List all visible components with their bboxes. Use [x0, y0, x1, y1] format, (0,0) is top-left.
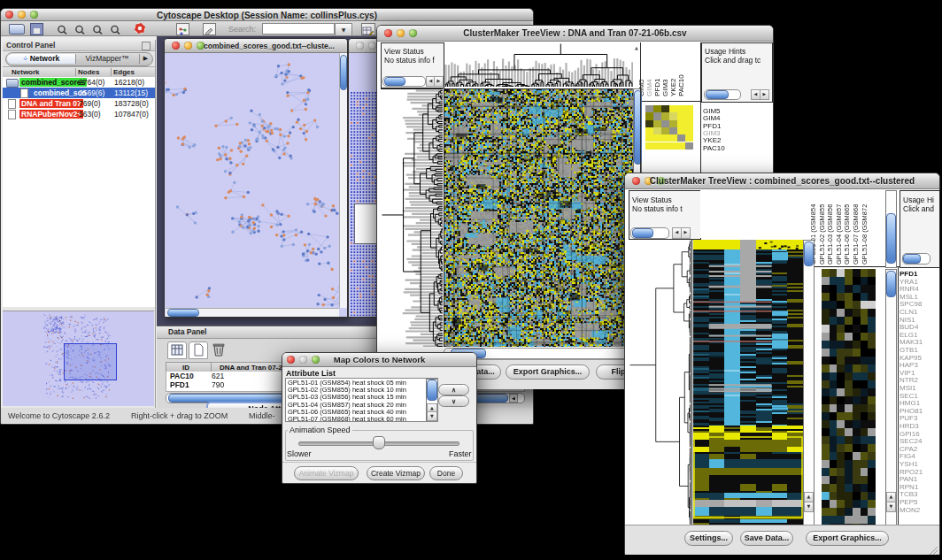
left-dendrogram[interactable] — [381, 88, 443, 347]
minimize-button[interactable] — [184, 42, 192, 50]
treeview-title-bar[interactable]: ClusterMaker TreeView : DNA and Tran 07-… — [377, 26, 773, 42]
select-attributes-icon[interactable] — [167, 341, 187, 359]
open-session-icon[interactable] — [9, 24, 25, 35]
treeview-button[interactable]: Save Data... — [740, 531, 793, 546]
gene-label: PFD1 — [900, 271, 917, 278]
tab-vizmapper[interactable]: VizMapper™ — [76, 54, 138, 64]
network-canvas[interactable] — [166, 53, 339, 308]
column-labels-thumb[interactable] — [886, 213, 896, 264]
slider-thumb[interactable] — [373, 436, 385, 449]
network-vscrollbar[interactable] — [339, 53, 347, 308]
summary-vscroll-thumb[interactable] — [886, 271, 896, 297]
matrix-cell — [669, 112, 677, 119]
treeview-button[interactable]: Export Graphics... — [506, 364, 590, 380]
scroll-right-button[interactable]: ▶ — [760, 89, 769, 100]
view-status-thumb[interactable] — [384, 77, 405, 86]
tab-network[interactable]: ⁘ Network — [7, 54, 76, 64]
zoom-selected-icon[interactable] — [110, 23, 121, 34]
heatmap-summary[interactable] — [822, 269, 876, 525]
scroll-down-button[interactable]: ▼ — [804, 502, 814, 512]
left-dendrogram[interactable] — [629, 240, 691, 525]
usage-thumb[interactable] — [903, 254, 921, 264]
summary-matrix[interactable] — [645, 105, 693, 150]
save-session-icon[interactable] — [30, 23, 43, 35]
move-down-button[interactable]: ∨ — [438, 395, 469, 407]
top-dendrogram-empty — [700, 190, 815, 238]
heatmap-vscroll-thumb[interactable] — [804, 242, 814, 266]
left-dendrogram-canvas[interactable] — [381, 89, 443, 347]
close-button[interactable] — [172, 42, 180, 50]
nodes-value: 563(0) — [79, 110, 101, 119]
network-overview-icon[interactable] — [176, 23, 189, 35]
heatmap-main[interactable] — [444, 88, 634, 347]
scroll-left-button[interactable]: ◀ — [509, 394, 518, 403]
slower-label: Slower — [287, 449, 312, 458]
scroll-right-button[interactable]: ▶ — [681, 227, 691, 239]
attribute-list-item[interactable]: GPL51-07 (GSM868) heat shock 60 min — [288, 416, 406, 422]
status-hint-zoom: Right-click + drag to ZOOM — [131, 411, 228, 420]
column-label: PAC10 — [678, 74, 685, 96]
top-dendrogram-canvas[interactable] — [444, 42, 633, 87]
zoom-out-icon[interactable] — [57, 23, 68, 34]
treeview-button[interactable]: Settings... — [684, 531, 733, 546]
control-panel-title: Control Panel — [6, 41, 55, 50]
column-label: GPL51-03 (GSM856 — [827, 204, 834, 265]
create-vizmap-button[interactable]: Create Vizmap — [367, 466, 425, 480]
column-label: GPL51-04 (GSM857 — [836, 204, 843, 265]
help-lifesaver-icon[interactable] — [134, 22, 146, 35]
annotation-icon[interactable] — [203, 23, 216, 35]
birdseye-viewport-rect[interactable] — [64, 343, 117, 380]
minimize-button[interactable] — [368, 42, 376, 50]
column-label: GIM4 — [646, 79, 653, 96]
treeview-button[interactable]: Export Graphics... — [806, 531, 889, 546]
scroll-down-button[interactable]: ▼ — [427, 411, 437, 421]
status-hint-pan: Middle- — [249, 411, 275, 420]
summary-vscrollbar[interactable] — [885, 269, 897, 526]
attribute-listbox[interactable]: GPL51-01 (GSM854) heat shock 05 minGPL51… — [285, 378, 438, 422]
top-dendrogram[interactable] — [444, 42, 634, 87]
zoom-in-icon[interactable] — [74, 23, 86, 34]
left-dendrogram-canvas[interactable] — [629, 240, 691, 525]
delete-attribute-icon[interactable] — [210, 341, 228, 357]
list-vscroll-thumb[interactable] — [427, 380, 437, 401]
matrix-cell — [677, 112, 685, 119]
scroll-right-button[interactable]: ▶ — [434, 76, 444, 87]
network-table-row[interactable]: DNA and Tran 07769(0)183728(0) — [3, 98, 155, 109]
heatmap-vscrollbar[interactable] — [803, 240, 815, 526]
summary-heatmap-canvas[interactable] — [822, 269, 876, 525]
matrix-cell — [653, 120, 661, 127]
zoom-fit-icon[interactable] — [92, 23, 104, 34]
done-button[interactable]: Done — [429, 466, 463, 480]
network-table-row[interactable]: RNAPuberNov2+563(0)107847(0) — [3, 109, 155, 119]
search-dropdown-button[interactable]: ▼ — [335, 23, 352, 36]
view-status-panel: View StatusNo status info f◀▶ — [381, 42, 444, 88]
network-table-row[interactable]: combined_scores2764(0)16218(0) — [3, 77, 155, 88]
float-panel-icon[interactable] — [142, 42, 151, 50]
network-table-row[interactable]: combined_sco2569(6)13112(15) — [3, 88, 155, 98]
nodes-value: 769(0) — [79, 99, 101, 108]
view-status-thumb[interactable] — [632, 228, 653, 238]
main-title-bar[interactable]: Cytoscape Desktop (Session Name: collins… — [1, 9, 533, 21]
treeview-title-bar[interactable]: ClusterMaker TreeView : combined_scores_… — [625, 173, 939, 189]
tabs-more-button[interactable]: ▶ — [139, 54, 151, 64]
network-view-title-bar[interactable]: combined_scores_good.txt--cluste... — [165, 39, 347, 53]
close-button[interactable] — [356, 42, 364, 50]
attribute-browser-icon[interactable] — [361, 23, 375, 35]
move-up-button[interactable]: ∧ — [438, 384, 469, 395]
matrix-cell — [653, 127, 661, 134]
heatmap-main[interactable] — [691, 240, 803, 525]
network-vscroll-thumb[interactable] — [340, 55, 347, 90]
heatmap-canvas[interactable] — [444, 89, 633, 347]
usage-thumb[interactable] — [706, 90, 729, 99]
network-hscroll-thumb[interactable] — [167, 309, 199, 317]
matrix-cell — [685, 120, 693, 127]
resize-grip[interactable] — [928, 543, 938, 554]
matrix-cell — [677, 120, 685, 127]
create-attribute-icon[interactable] — [189, 341, 208, 359]
scroll-down-button[interactable]: ▼ — [886, 502, 896, 512]
dialog-title-bar[interactable]: Map Colors to Network — [282, 353, 476, 367]
heatmap-canvas[interactable] — [693, 240, 803, 525]
search-input[interactable] — [262, 23, 335, 35]
animate-vizmap-button[interactable]: Animate Vizmap — [294, 466, 359, 480]
view-status-panel: View StatusNo status info t◀▶ — [629, 190, 701, 240]
